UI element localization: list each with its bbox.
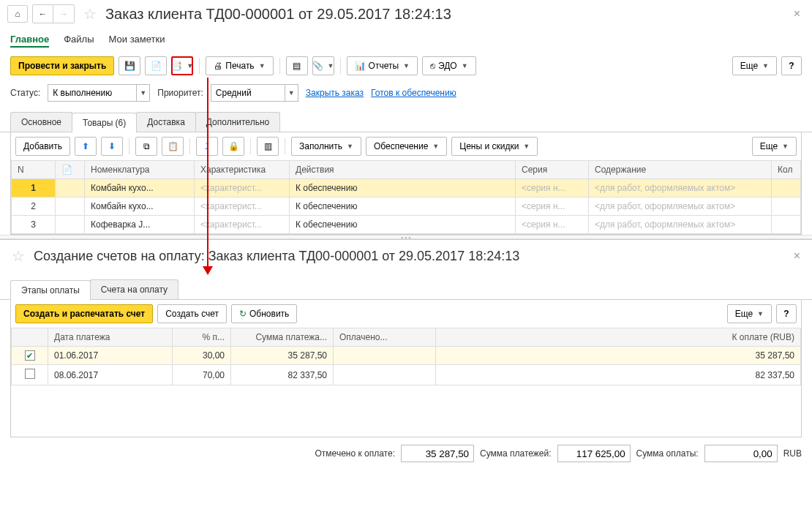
cell-content: <для работ, оформляемых актом> [589,216,772,234]
caret-down-icon[interactable]: ▼ [136,85,149,101]
lock-button[interactable]: 🔒 [222,137,244,156]
create-print-invoice-button[interactable]: Создать и распечатать счет [15,304,153,323]
priority-input[interactable] [211,85,285,101]
sum-value[interactable] [557,445,631,462]
tab-invoices[interactable]: Счета на оплату [90,279,178,299]
table-row[interactable]: 01.06.201730,0035 287,5035 287,50 [12,347,801,365]
subtab-main[interactable]: Основное [10,112,72,132]
favorite-star-icon[interactable]: ☆ [83,5,97,23]
col-sum[interactable]: Сумма платежа... [231,328,334,347]
cell-characteristic: <характерист... [195,216,290,234]
caret-down-icon: ▼ [328,62,334,69]
close-order-link[interactable]: Закрыть заказ [306,88,364,98]
currency-label: RUB [783,448,802,459]
status-select[interactable]: ▼ [48,84,150,102]
col-n[interactable]: N [12,161,56,179]
annotation-arrow-head [203,266,213,275]
create-based-on-button[interactable]: 📑▼ [171,56,193,75]
home-icon: ⌂ [15,9,20,19]
add-row-button[interactable]: Добавить [15,137,70,156]
forward-button[interactable]: → [53,5,74,23]
more-pay-button[interactable]: Еще▼ [727,304,772,323]
subtab-delivery[interactable]: Доставка [136,112,196,132]
tab-files[interactable]: Файлы [64,32,94,48]
col-actions[interactable]: Действия [290,161,516,179]
cell-check[interactable] [12,347,48,365]
create-invoice-button[interactable]: Создать счет [157,304,227,323]
attach-button[interactable]: 📎▼ [312,56,334,75]
table-row[interactable]: 2Комбайн кухо...<характерист...К обеспеч… [12,197,801,216]
post-and-close-button[interactable]: Провести и закрыть [10,56,114,75]
checkbox-icon[interactable] [25,369,35,379]
list-icon: ▤ [293,61,301,71]
save-button[interactable]: 💾 [119,56,140,75]
report-icon-button[interactable]: ▤ [286,56,308,75]
cell-nomenclature: Кофеварка J... [85,216,195,234]
checkbox-icon[interactable] [25,350,35,361]
subtab-goods[interactable]: Товары (6) [72,113,137,132]
close-button-2[interactable]: × [789,249,805,263]
col-icon[interactable]: 📄 [56,161,85,179]
col-qty[interactable]: Кол [772,161,801,179]
col-nomenclature[interactable]: Номенклатура [85,161,195,179]
ready-supply-link[interactable]: Готов к обеспечению [371,88,456,98]
barcode-button[interactable]: ▥ [257,137,279,156]
copy-icon: ⧉ [143,141,150,151]
cell-pct: 30,00 [173,347,231,365]
close-button[interactable]: × [789,7,805,20]
tab-notes[interactable]: Мои заметки [109,32,165,48]
caret-down-icon: ▼ [757,310,764,317]
cell-nomenclature: Комбайн кухо... [85,197,195,216]
cell-icon [56,197,85,216]
priority-select[interactable]: ▼ [211,84,298,102]
col-due[interactable]: К оплате (RUB) [436,328,801,347]
splitter[interactable]: • • • [0,235,812,239]
more-table-button[interactable]: Еще▼ [752,137,797,156]
table-row[interactable]: 08.06.201770,0082 337,5082 337,50 [12,365,801,385]
cell-check[interactable] [12,365,48,385]
marked-value[interactable] [401,445,474,462]
tab-main[interactable]: Главное [10,32,49,48]
reports-button[interactable]: 📊Отчеты▼ [347,56,418,75]
supply-button[interactable]: Обеспечение▼ [366,137,447,156]
col-check[interactable] [12,328,48,347]
refresh-button[interactable]: ↻ Обновить [231,304,297,323]
fill-button[interactable]: Заполнить▼ [291,137,361,156]
pay-value[interactable] [704,445,778,462]
move-down-button[interactable]: ⬇ [101,137,123,156]
post-button[interactable]: 📄 [145,56,167,75]
items-table: N 📄 Номенклатура Характеристика Действия… [11,160,801,234]
col-series[interactable]: Серия [516,161,589,179]
cell-date: 08.06.2017 [48,365,173,385]
help-button[interactable]: ? [781,56,802,75]
lock-icon: 🔒 [228,141,239,151]
col-content[interactable]: Содержание [589,161,772,179]
cell-characteristic: <характерист... [195,179,290,197]
prices-button[interactable]: Цены и скидки▼ [451,137,538,156]
cell-content: <для работ, оформляемых актом> [589,179,772,197]
cell-n: 3 [12,216,56,234]
favorite-star-icon[interactable]: ☆ [12,247,25,265]
back-button[interactable]: ← [33,5,53,23]
status-input[interactable] [48,85,136,101]
more-button[interactable]: Еще▼ [732,56,777,75]
edo-button[interactable]: ⎋ЭДО▼ [422,56,476,75]
move-up-button[interactable]: ⬆ [75,137,97,156]
print-button[interactable]: 🖨Печать▼ [206,56,273,75]
col-paid[interactable]: Оплачено... [334,328,436,347]
copy-button[interactable]: ⧉ [135,137,157,156]
table-row[interactable]: 1Комбайн кухо...<характерист...К обеспеч… [12,179,801,197]
arrow-left-icon: ← [39,9,48,19]
col-pct[interactable]: % п... [173,328,231,347]
col-pay-date[interactable]: Дата платежа [48,328,173,347]
table-row[interactable]: 3Кофеварка J...<характерист...К обеспече… [12,216,801,234]
caret-down-icon: ▼ [403,62,410,69]
caret-down-icon[interactable]: ▼ [285,85,298,101]
tab-pay-stages[interactable]: Этапы оплаты [10,280,91,300]
caret-down-icon: ▼ [523,143,530,150]
paste-button[interactable]: 📋 [162,137,184,156]
help-button-2[interactable]: ? [776,304,797,323]
col-characteristic[interactable]: Характеристика [195,161,290,179]
home-button[interactable]: ⌂ [7,5,28,23]
cell-date: 01.06.2017 [48,347,173,365]
